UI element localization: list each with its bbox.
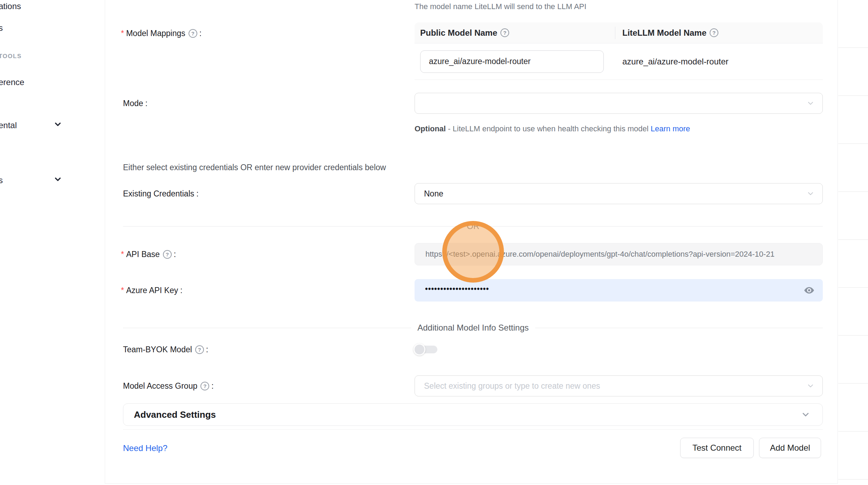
chevron-down-icon[interactable]	[53, 174, 63, 185]
header-text: LiteLLM Model Name	[622, 28, 706, 38]
api-base-label: * API Base ? :	[121, 247, 176, 261]
sidebar: ations s TOOLS erence ental s	[0, 0, 105, 485]
label-text: Azure API Key	[126, 286, 178, 295]
api-base-input[interactable]: https://<test>.openai.azure.com/openai/d…	[415, 243, 823, 265]
test-connect-button[interactable]: Test Connect	[680, 438, 754, 458]
add-model-button[interactable]: Add Model	[759, 438, 821, 458]
sidebar-item-truncated-2[interactable]: s	[0, 21, 3, 35]
sidebar-item-label: ental	[0, 120, 17, 130]
label-text: Model Access Group	[123, 381, 197, 391]
model-access-group-placeholder: Select existing groups or type to create…	[424, 381, 600, 391]
masked-api-key: •••••••••••••••••••••	[425, 285, 489, 293]
chevron-down-icon[interactable]	[53, 119, 63, 130]
litellm-model-name-value: azure_ai/azure-model-router	[604, 57, 729, 67]
help-icon[interactable]: ?	[500, 28, 509, 37]
chevron-down-icon	[806, 99, 815, 108]
help-icon[interactable]: ?	[189, 29, 197, 38]
sidebar-item-label: s	[0, 175, 3, 185]
mode-select[interactable]	[415, 93, 823, 114]
mode-label: Mode :	[123, 96, 148, 110]
background-table-rows	[838, 0, 868, 485]
chevron-down-icon	[806, 189, 815, 198]
advanced-settings-label: Advanced Settings	[134, 409, 216, 420]
existing-credentials-select[interactable]: None	[415, 183, 823, 204]
model-mappings-label: * Model Mappings ? :	[121, 26, 201, 40]
help-icon[interactable]: ?	[163, 250, 172, 259]
header-text: Public Model Name	[420, 28, 497, 38]
sidebar-item-label: s	[0, 23, 3, 33]
colon: :	[180, 286, 182, 295]
sidebar-item-truncated-3[interactable]: erence	[0, 75, 24, 89]
label-text: Existing Credentials	[123, 189, 194, 199]
help-icon[interactable]: ?	[200, 382, 209, 390]
sidebar-item-truncated-5[interactable]: s	[0, 173, 3, 187]
colon: :	[199, 29, 201, 38]
hint-bold: Optional	[415, 124, 446, 133]
advanced-settings-toggle[interactable]: Advanced Settings	[123, 403, 823, 426]
help-icon[interactable]: ?	[195, 345, 204, 354]
model-mappings-table: Public Model Name ? LiteLLM Model Name ?…	[415, 22, 823, 80]
sidebar-item-truncated-1[interactable]: ations	[0, 0, 21, 13]
model-access-group-select[interactable]: Select existing groups or type to create…	[415, 375, 823, 396]
model-access-group-label: Model Access Group ? :	[123, 379, 214, 393]
chevron-down-icon	[801, 410, 811, 420]
need-help-link[interactable]: Need Help?	[123, 443, 168, 453]
colon: :	[211, 381, 213, 391]
azure-api-key-label: * Azure API Key :	[121, 283, 183, 297]
sidebar-item-label: erence	[0, 77, 24, 87]
toggle-knob	[414, 344, 425, 355]
label-text: Model Mappings	[126, 29, 185, 38]
column-divider	[615, 27, 615, 39]
section-divider-text: Additional Model Info Settings	[411, 323, 535, 333]
credentials-note: Either select existing credentials OR en…	[123, 163, 386, 172]
sidebar-section-tools: TOOLS	[0, 52, 22, 61]
sidebar-section-label: TOOLS	[0, 53, 22, 60]
sidebar-item-label: ations	[0, 1, 21, 11]
learn-more-link[interactable]: Learn more	[651, 124, 690, 133]
colon: :	[196, 189, 198, 199]
team-byok-toggle[interactable]	[414, 344, 438, 355]
existing-credentials-label: Existing Credentials :	[123, 187, 199, 201]
footer-divider-line	[123, 429, 823, 430]
public-model-name-input[interactable]	[420, 50, 604, 73]
column-header-public-model-name: Public Model Name ?	[415, 22, 615, 43]
table-row: azure_ai/azure-model-router	[415, 43, 823, 80]
sidebar-item-truncated-4[interactable]: ental	[0, 118, 17, 132]
model-name-hint: The model name LiteLLM will send to the …	[415, 2, 586, 11]
colon: :	[174, 250, 176, 259]
mode-optional-hint: Optional - LiteLLM endpoint to use when …	[415, 122, 712, 136]
label-text: Team-BYOK Model	[123, 345, 192, 354]
chevron-down-icon	[806, 382, 815, 390]
required-mark: *	[121, 250, 124, 259]
colon: :	[145, 99, 148, 108]
or-divider-text: OR	[460, 221, 486, 231]
help-icon[interactable]: ?	[710, 28, 718, 37]
label-text: API Base	[126, 250, 160, 259]
team-byok-label: Team-BYOK Model ? :	[123, 342, 208, 356]
column-header-litellm-model-name: LiteLLM Model Name ?	[615, 22, 718, 43]
required-mark: *	[121, 29, 124, 38]
required-mark: *	[121, 286, 124, 295]
eye-icon[interactable]	[804, 285, 815, 296]
azure-api-key-input[interactable]: •••••••••••••••••••••	[415, 279, 823, 302]
label-text: Mode	[123, 99, 143, 108]
add-model-page: ations s TOOLS erence ental s The model …	[0, 0, 868, 485]
table-header-row: Public Model Name ? LiteLLM Model Name ?	[415, 22, 823, 43]
colon: :	[206, 345, 208, 354]
existing-credentials-value: None	[424, 189, 443, 199]
hint-text: - LiteLLM endpoint to use when health ch…	[446, 124, 651, 133]
